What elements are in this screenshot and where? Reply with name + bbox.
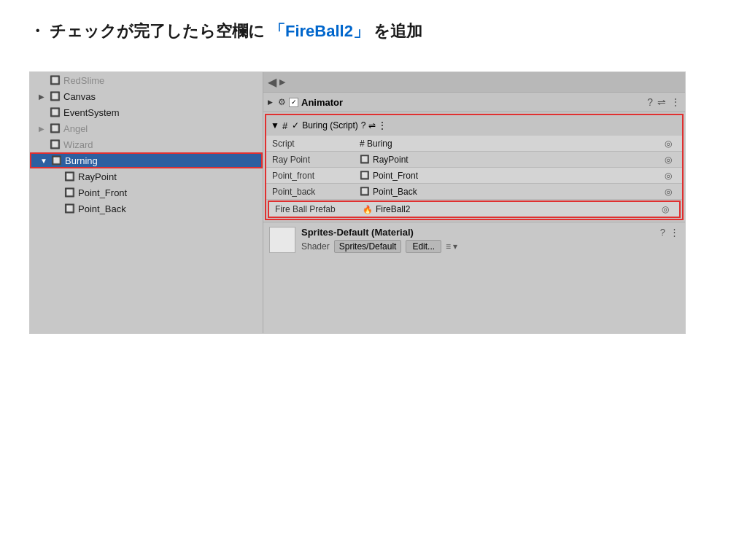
field-end-icon[interactable]: ◎	[660, 139, 676, 149]
settings-icon[interactable]: ⇌	[657, 96, 666, 108]
cube-icon: 🔲	[63, 203, 75, 214]
shader-edit-button[interactable]: Edit...	[406, 240, 441, 253]
field-value-script: # Buring	[360, 139, 660, 149]
inspector-top-bar: ◀ ▶	[263, 72, 685, 93]
field-end-icon[interactable]: ◎	[657, 204, 673, 214]
buring-script-name: Buring (Script)	[302, 120, 358, 131]
screenshot-container: 🔲 RedSlime ▶ 🔲 Canvas 🔲 EventSystem ▶ 🔲 …	[29, 71, 686, 334]
item-label: Canvas	[63, 91, 96, 102]
header-instruction: ・ チェックが完了したら空欄に 「FireBall2」 を追加	[0, 0, 747, 57]
item-label: Wizard	[63, 139, 93, 150]
field-value-raypoint: 🔲 RayPoint	[360, 155, 660, 165]
field-value-fireball: 🔥 FireBall2	[363, 204, 657, 214]
help-icon[interactable]: ?	[647, 96, 653, 108]
material-menu-button[interactable]: ≡ ▾	[446, 241, 457, 252]
field-value-point-back: 🔲 Point_Back	[360, 187, 660, 197]
shader-value: Sprites/Default	[334, 240, 402, 253]
animator-toggle-icon: ▶	[268, 98, 275, 106]
buring-script-section: ▼ # ✓ Buring (Script) ? ⇌ ⋮ Script # Bur…	[265, 114, 684, 220]
cube-icon: 🔲	[63, 187, 75, 198]
item-label: EventSystem	[63, 107, 120, 118]
arrow-icon: ▶	[39, 93, 49, 101]
hierarchy-item-redslime[interactable]: 🔲 RedSlime	[30, 72, 263, 88]
cube-icon: 🔲	[49, 90, 61, 102]
item-label: Angel	[63, 123, 88, 134]
animator-icon: ⚙	[278, 97, 286, 107]
item-label: Burning	[65, 155, 98, 166]
animator-header[interactable]: ▶ ⚙ ✓ Animator ? ⇌ ⋮	[263, 93, 685, 112]
field-row-point-back: Point_back 🔲 Point_Back ◎	[266, 184, 682, 200]
script-value: # Buring	[360, 139, 392, 149]
animator-section: ▶ ⚙ ✓ Animator ? ⇌ ⋮	[263, 93, 685, 112]
material-name: Sprites-Default (Material)	[301, 227, 414, 238]
field-label-raypoint: Ray Point	[272, 155, 360, 165]
point-front-value: Point_Front	[373, 171, 418, 181]
bullet-point: ・	[29, 20, 45, 42]
cube-icon: 🔲	[49, 74, 61, 86]
obj-icon: 🔲	[360, 155, 370, 164]
obj-icon: 🔲	[360, 171, 370, 180]
raypoint-value: RayPoint	[373, 155, 409, 165]
buring-actions: ? ⇌ ⋮	[361, 120, 387, 131]
settings-icon[interactable]: ⇌	[368, 120, 376, 131]
hierarchy-item-point-front[interactable]: 🔲 Point_Front	[30, 184, 263, 201]
inspector-panel: ◀ ▶ ▶ ⚙ ✓ Animator ? ⇌ ⋮ ▼	[263, 72, 685, 333]
fireball-value: FireBall2	[376, 204, 410, 214]
hierarchy-panel: 🔲 RedSlime ▶ 🔲 Canvas 🔲 EventSystem ▶ 🔲 …	[30, 72, 263, 333]
hierarchy-item-angel[interactable]: ▶ 🔲 Angel	[30, 120, 263, 136]
shader-label: Shader	[301, 241, 330, 252]
material-thumbnail	[269, 227, 295, 253]
field-label-point-front: Point_front	[272, 171, 360, 181]
hierarchy-item-raypoint[interactable]: 🔲 RayPoint	[30, 168, 263, 184]
point-back-value: Point_Back	[373, 187, 417, 197]
arrow-icon: ▶	[39, 125, 49, 133]
fireball-icon: 🔥	[363, 205, 373, 214]
check-icon: ✓	[292, 120, 299, 131]
item-label: RayPoint	[78, 171, 117, 182]
animator-checkbox[interactable]: ✓	[289, 98, 298, 107]
help-icon[interactable]: ?	[361, 120, 366, 131]
cube-icon: 🔲	[49, 139, 61, 150]
hash-symbol: #	[282, 120, 287, 131]
field-value-point-front: 🔲 Point_Front	[360, 171, 660, 181]
check-icon: ✓	[291, 98, 297, 106]
buring-toggle-icon: ▼	[271, 120, 279, 131]
field-row-point-front: Point_front 🔲 Point_Front ◎	[266, 168, 682, 184]
buring-script-header[interactable]: ▼ # ✓ Buring (Script) ? ⇌ ⋮	[266, 115, 682, 136]
item-label: RedSlime	[63, 75, 104, 86]
obj-icon: 🔲	[360, 187, 370, 196]
field-end-icon[interactable]: ◎	[660, 171, 676, 181]
more-icon[interactable]: ⋮	[670, 96, 681, 108]
field-row-fireball: Fire Ball Prefab 🔥 FireBall2 ◎	[268, 201, 681, 218]
hierarchy-item-burning[interactable]: ▼ 🔲 Burning	[30, 152, 263, 168]
field-row-raypoint: Ray Point 🔲 RayPoint ◎	[266, 152, 682, 168]
field-label-point-back: Point_back	[272, 187, 360, 197]
buring-checkbox[interactable]: ✓	[292, 120, 299, 131]
cube-icon: 🔲	[49, 122, 61, 134]
field-label-script: Script	[272, 139, 360, 149]
field-row-script: Script # Buring ◎	[266, 136, 682, 152]
fireball-highlight: 「FireBall2」	[269, 20, 369, 42]
field-end-icon[interactable]: ◎	[660, 155, 676, 165]
cube-icon: 🔲	[49, 106, 61, 118]
hierarchy-item-point-back[interactable]: 🔲 Point_Back	[30, 201, 263, 217]
field-end-icon[interactable]: ◎	[660, 187, 676, 197]
animator-name: Animator	[301, 97, 644, 108]
shader-row: Shader Sprites/Default Edit... ≡ ▾	[301, 240, 679, 253]
item-label: Point_Back	[78, 203, 126, 214]
field-label-fireball: Fire Ball Prefab	[275, 204, 363, 214]
hierarchy-item-canvas[interactable]: ▶ 🔲 Canvas	[30, 88, 263, 104]
material-more-icon[interactable]: ⋮	[670, 227, 679, 238]
instruction-text-after: を追加	[374, 20, 422, 42]
instruction-text-before: チェックが完了したら空欄に	[50, 20, 265, 42]
animator-actions: ? ⇌ ⋮	[647, 96, 681, 108]
hierarchy-item-wizard[interactable]: 🔲 Wizard	[30, 136, 263, 152]
more-icon[interactable]: ⋮	[378, 120, 387, 131]
hierarchy-item-eventsystem[interactable]: 🔲 EventSystem	[30, 104, 263, 120]
material-section: Sprites-Default (Material) ? ⋮ Shader Sp…	[263, 222, 685, 257]
item-label: Point_Front	[78, 187, 127, 198]
material-info: Sprites-Default (Material) ? ⋮ Shader Sp…	[301, 227, 679, 253]
material-help-icon[interactable]: ?	[660, 227, 665, 238]
arrow-icon: ▼	[40, 157, 50, 165]
cube-icon: 🔲	[50, 155, 62, 166]
